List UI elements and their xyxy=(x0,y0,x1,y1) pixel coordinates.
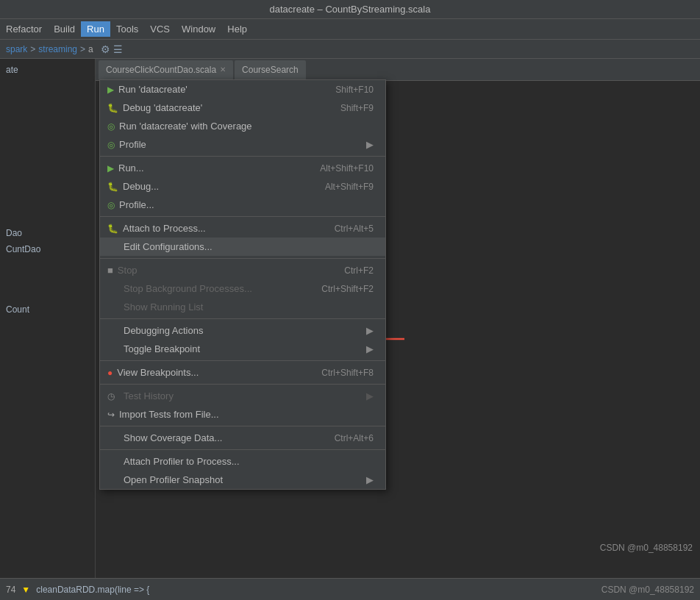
show-coverage-label: Show Coverage Data... xyxy=(124,432,222,443)
stop-shortcut: Ctrl+F2 xyxy=(315,265,374,276)
tab-close-courseclickcountdao[interactable]: ✕ xyxy=(220,65,226,74)
tab-label-coursesearch: CourseSearch xyxy=(242,65,299,75)
menu-attach-profiler[interactable]: Attach Profiler to Process... xyxy=(100,452,385,471)
breadcrumb-a: a xyxy=(88,44,93,54)
run-coverage-label: Run 'datacreate' with Coverage xyxy=(119,121,252,132)
menu-window[interactable]: Window xyxy=(176,21,221,37)
sep-6 xyxy=(100,384,385,385)
menu-run-dots[interactable]: ▶ Run... Alt+Shift+F10 xyxy=(100,159,385,177)
breadcrumb-settings-icon[interactable]: ⚙ xyxy=(101,43,110,55)
attach-icon: 🐛 xyxy=(107,224,118,234)
debug-dots-label: Debug... xyxy=(123,181,159,192)
open-profiler-label: Open Profiler Snapshot xyxy=(124,474,223,485)
menu-refactor[interactable]: Refactor xyxy=(0,21,48,37)
stop-background-label: Stop Background Processes... xyxy=(124,283,252,294)
menu-vcs[interactable]: VCS xyxy=(144,21,176,37)
tab-label-courseclickcountdao: CourseClickCountDao.scala xyxy=(106,65,216,75)
menu-test-history[interactable]: ◷ Test History ▶ xyxy=(100,387,385,405)
attach-profiler-label: Attach Profiler to Process... xyxy=(124,456,240,467)
menu-help[interactable]: Help xyxy=(221,21,253,37)
bottom-code-snippet: cleanDataRDD.map(line => { xyxy=(36,585,149,595)
profile-label: Profile xyxy=(119,139,146,150)
sep-1 xyxy=(100,156,385,157)
debug-datacreate-shortcut: Shift+F9 xyxy=(311,103,374,113)
profile-icon: ◎ xyxy=(107,140,115,150)
attach-process-label: Attach to Process... xyxy=(123,223,206,234)
view-bp-icon: ● xyxy=(107,368,113,378)
breadcrumb-sep2: > xyxy=(80,44,85,54)
stop-label: Stop xyxy=(118,265,138,276)
menu-show-coverage[interactable]: Show Coverage Data... Ctrl+Alt+6 xyxy=(100,429,385,447)
debug-datacreate-label: Debug 'datacreate' xyxy=(123,102,202,113)
sidebar-item-ate[interactable]: ate xyxy=(0,62,95,78)
edit-configurations-label: Edit Configurations... xyxy=(124,241,213,252)
menu-show-running[interactable]: Show Running List xyxy=(100,298,385,316)
run-dropdown-menu[interactable]: ▶ Run 'datacreate' Shift+F10 🐛 Debug 'da… xyxy=(99,79,386,490)
menu-build[interactable]: Build xyxy=(48,21,81,37)
import-tests-label: Import Tests from File... xyxy=(119,409,219,420)
attach-process-shortcut: Ctrl+Alt+5 xyxy=(305,224,374,234)
run-icon: ▶ xyxy=(107,85,114,95)
run-dots-shortcut: Alt+Shift+F10 xyxy=(290,163,374,174)
menu-run-datacreate[interactable]: ▶ Run 'datacreate' Shift+F10 xyxy=(100,80,385,99)
profile-dots-label: Profile... xyxy=(119,199,154,210)
breadcrumb-spark[interactable]: spark xyxy=(6,44,27,54)
menu-profile-dots[interactable]: ◎ Profile... xyxy=(100,196,385,214)
menu-open-profiler[interactable]: Open Profiler Snapshot ▶ xyxy=(100,471,385,489)
profile2-icon: ◎ xyxy=(107,200,115,210)
tabs-bar: CourseClickCountDao.scala ✕ CourseSearch xyxy=(96,59,700,81)
debug-dots-shortcut: Alt+Shift+F9 xyxy=(296,182,374,192)
sep-4 xyxy=(100,318,385,319)
sep-8 xyxy=(100,449,385,450)
debugging-actions-label: Debugging Actions xyxy=(124,325,203,336)
open-profiler-arrow: ▶ xyxy=(366,474,374,485)
window-title: datacreate – CountByStreaming.scala xyxy=(270,4,431,15)
run-datacreate-label: Run 'datacreate' xyxy=(118,84,188,95)
run2-icon: ▶ xyxy=(107,163,114,174)
menu-run-coverage[interactable]: ◎ Run 'datacreate' with Coverage xyxy=(100,117,385,135)
menu-stop-background[interactable]: Stop Background Processes... Ctrl+Shift+… xyxy=(100,279,385,298)
coverage-icon: ◎ xyxy=(107,121,115,132)
breadcrumb-bar: spark > streaming > a ⚙ ☰ xyxy=(0,40,700,59)
menu-tools[interactable]: Tools xyxy=(110,21,144,37)
menu-run[interactable]: Run xyxy=(81,21,110,37)
tab-coursesearch[interactable]: CourseSearch xyxy=(235,60,306,79)
menu-stop[interactable]: ■ Stop Ctrl+F2 xyxy=(100,261,385,279)
menu-profile[interactable]: ◎ Profile ▶ xyxy=(100,135,385,154)
breadcrumb-list-icon[interactable]: ☰ xyxy=(113,43,123,55)
test-history-icon: ◷ xyxy=(107,391,119,401)
csdn-watermark-text: CSDN @m0_48858192 xyxy=(600,543,693,553)
breadcrumb-sep1: > xyxy=(30,44,35,54)
sidebar-item-count[interactable]: Count xyxy=(0,301,95,318)
bottom-breakpoint-icon: ▼ xyxy=(21,585,30,595)
show-running-label: Show Running List xyxy=(124,301,203,312)
menu-debugging-actions[interactable]: Debugging Actions ▶ xyxy=(100,321,385,340)
bottom-right: CSDN @m0_48858192 xyxy=(601,585,694,595)
view-breakpoints-label: View Breakpoints... xyxy=(117,367,199,378)
sidebar-item-cuntdao[interactable]: CuntDao xyxy=(0,241,95,257)
sidebar-item-dao[interactable]: Dao xyxy=(0,225,95,241)
menu-view-breakpoints[interactable]: ● View Breakpoints... Ctrl+Shift+F8 xyxy=(100,363,385,382)
breadcrumb-streaming[interactable]: streaming xyxy=(38,44,77,54)
menu-toggle-breakpoint[interactable]: Toggle Breakpoint ▶ xyxy=(100,340,385,358)
title-bar: datacreate – CountByStreaming.scala xyxy=(0,0,700,19)
menu-edit-configurations[interactable]: Edit Configurations... xyxy=(100,238,385,256)
debugging-actions-arrow: ▶ xyxy=(366,325,374,336)
menu-debug-datacreate[interactable]: 🐛 Debug 'datacreate' Shift+F9 xyxy=(100,99,385,117)
tab-courseclickcountdao[interactable]: CourseClickCountDao.scala ✕ xyxy=(99,60,233,79)
test-history-label: Test History xyxy=(124,390,174,401)
stop-bg-shortcut: Ctrl+Shift+F2 xyxy=(292,284,374,294)
bottom-line-num: 74 xyxy=(6,585,15,595)
test-history-arrow: ▶ xyxy=(366,390,374,401)
csdn-watermark: CSDN @m0_48858192 xyxy=(600,543,693,553)
import-icon: ↪ xyxy=(107,410,115,420)
watermark-label: CSDN @m0_48858192 xyxy=(601,585,694,595)
toggle-breakpoint-label: Toggle Breakpoint xyxy=(124,343,200,354)
menu-bar: Refactor Build Run Tools VCS Window Help xyxy=(0,19,700,40)
profile-arrow: ▶ xyxy=(366,139,374,150)
sep-3 xyxy=(100,258,385,259)
menu-attach-process[interactable]: 🐛 Attach to Process... Ctrl+Alt+5 xyxy=(100,219,385,238)
menu-debug-dots[interactable]: 🐛 Debug... Alt+Shift+F9 xyxy=(100,177,385,196)
debug-icon: 🐛 xyxy=(107,103,118,113)
menu-import-tests[interactable]: ↪ Import Tests from File... xyxy=(100,405,385,424)
